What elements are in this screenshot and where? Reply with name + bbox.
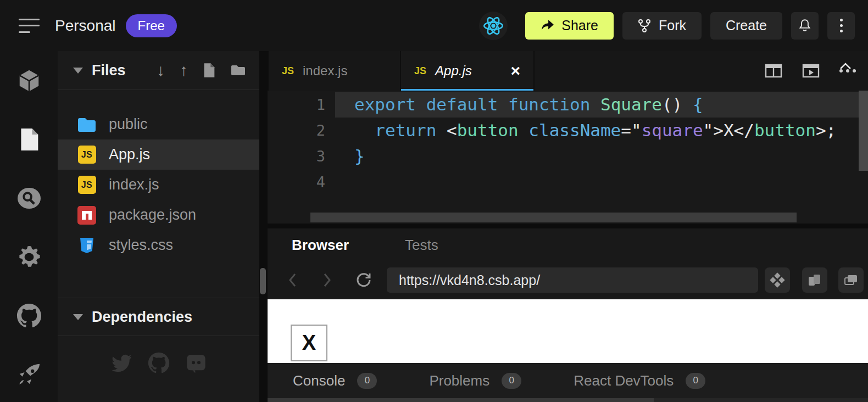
discord-icon[interactable] [185,352,207,374]
files-title: Files [92,62,126,79]
code-line: 2 return <button className="square">X</b… [268,118,868,143]
dependencies-header[interactable]: Dependencies [58,298,259,336]
npm-icon [77,205,97,225]
file-icon[interactable] [16,126,42,153]
file-name: public [109,116,148,133]
fork-button[interactable]: Fork [622,12,702,40]
notifications-button[interactable] [791,12,819,40]
tab-index.js[interactable]: JSindex.js [268,51,401,91]
panel-divider [259,51,268,402]
gear-icon[interactable] [16,244,42,270]
preview-settings-icon[interactable] [765,267,790,293]
line-content: } [335,143,859,169]
file-name: App.js [109,146,150,163]
file-item-index.js[interactable]: JSindex.js [58,170,259,200]
line-content [335,169,859,195]
box-icon[interactable] [16,68,42,94]
js-file-icon: JS [77,175,97,195]
css-icon [77,236,97,255]
file-item-styles.css[interactable]: styles.css [58,230,259,260]
open-new-window-icon[interactable] [838,267,864,293]
code-editor[interactable]: 1export default function Square() {2 ret… [268,91,868,224]
console-item-label: Problems [429,372,489,389]
file-item-App.js[interactable]: JSApp.js [58,139,259,170]
forward-icon[interactable] [322,272,332,288]
create-button[interactable]: Create [710,12,782,40]
line-number: 1 [268,92,335,118]
console-item-problems[interactable]: Problems0 [429,372,521,389]
files-scrollbar[interactable] [260,268,266,294]
github-icon[interactable] [16,303,42,329]
js-file-icon: JS [282,65,294,77]
code-line: 1export default function Square() { [268,92,868,118]
browser-tab-browser[interactable]: Browser [292,237,349,254]
chevron-down-icon[interactable] [73,68,83,74]
twitter-icon[interactable] [110,352,132,374]
editor-column: JSindex.jsJSApp.js× 1export default func… [268,51,868,402]
js-file-icon: JS [78,146,96,164]
social-links [58,352,259,374]
file-list: publicJSApp.jsJSindex.jspackage.jsonstyl… [58,90,259,260]
folder-icon [77,115,97,135]
tab-label: index.js [303,63,347,79]
line-number: 2 [268,118,335,143]
file-name: package.json [109,206,196,224]
search-icon[interactable] [16,185,42,211]
file-name: styles.css [109,237,173,254]
console-item-label: React DevTools [574,372,674,389]
new-file-icon[interactable] [203,63,216,78]
react-logo-icon [479,12,508,40]
line-content: return <button className="square">X</but… [335,118,859,143]
file-name: index.js [109,176,159,193]
file-item-public[interactable]: public [58,109,259,139]
download-icon[interactable]: ↓ [157,62,165,79]
vertical-scrollbar[interactable] [859,91,868,171]
bottom-scrollbar[interactable] [268,398,868,402]
square-button[interactable]: X [291,325,327,361]
files-panel: Files ↓ ↑ publicJSApp.jsJSindex.jspackag… [58,51,259,402]
console-item-react-devtools[interactable]: React DevTools0 [574,372,705,389]
share-button[interactable]: Share [525,12,614,40]
file-item-package.json[interactable]: package.json [58,200,259,230]
back-icon[interactable] [287,272,297,288]
js-file-icon: JS [78,176,96,194]
count-badge: 0 [502,373,521,389]
line-number: 3 [268,143,335,169]
rocket-icon[interactable] [16,361,42,388]
editor-preview-divider[interactable] [268,224,868,228]
tab-label: App.js [435,63,472,79]
bell-icon [798,18,812,34]
browser-tabs: BrowserTests [268,228,868,261]
code-line: 4 [268,169,868,195]
workspace-name[interactable]: Personal [55,17,116,35]
code-line: 3} [268,143,868,169]
line-content: export default function Square() { [335,92,859,118]
activity-bar [0,51,58,402]
console-item-console[interactable]: Console0 [293,372,377,389]
console-bar: Console0Problems0React DevTools0 [268,363,868,398]
browser-preview: X [268,299,868,363]
top-header: Personal Free Share [0,0,868,51]
horizontal-scrollbar[interactable] [310,213,797,222]
close-icon[interactable]: × [510,63,520,79]
share-icon [541,19,555,32]
count-badge: 0 [686,373,705,389]
new-folder-icon[interactable] [231,64,246,77]
url-input[interactable]: https://vkd4n8.csb.app/ [387,267,758,293]
upload-icon[interactable]: ↑ [180,62,188,79]
browser-tab-tests[interactable]: Tests [405,237,438,254]
count-badge: 0 [357,373,377,389]
split-view-icon[interactable] [765,63,782,79]
plan-badge: Free [126,14,177,37]
refresh-icon[interactable] [355,272,372,288]
chevron-down-icon [73,314,83,320]
more-options-button[interactable] [827,12,855,40]
menu-icon[interactable] [19,19,40,33]
responsive-mode-icon[interactable] [802,267,827,293]
chevron-up-icon[interactable] [839,62,852,70]
preview-pane-icon[interactable] [802,63,820,79]
codesandbox-window: Personal Free Share [0,0,868,402]
files-header: Files ↓ ↑ [58,51,259,90]
tab-App.js[interactable]: JSApp.js× [401,51,535,91]
github-icon[interactable] [148,352,170,374]
